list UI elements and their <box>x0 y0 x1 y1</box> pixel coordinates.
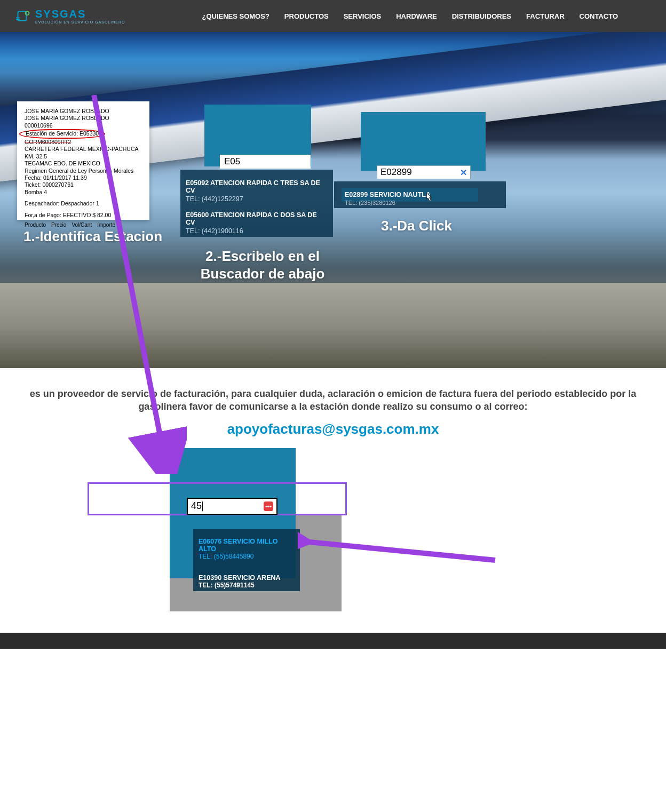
option-name: E02899 SERVICIO NAUTLA <box>345 191 431 198</box>
option-name: E05600 ATENCION RAPIDA C DOS SA DE CV <box>186 211 328 226</box>
station-search-input[interactable]: 45 ••• <box>187 498 278 515</box>
receipt-line: JOSE MARIA GOMEZ ROBLEDO <box>25 115 142 122</box>
step3-dropdown: TEL: (235)3280126 E02899 SERVICIO NAUTLA <box>334 181 506 208</box>
option-tel: TEL: (442)1900116 <box>186 227 328 235</box>
nav-facturar[interactable]: FACTURAR <box>526 12 565 20</box>
nav-productos[interactable]: PRODUCTOS <box>284 12 329 20</box>
nav-contacto[interactable]: CONTACTO <box>580 12 618 20</box>
receipt-line: CARRETERA FEDERAL MEXICO-PACHUCA <box>25 146 142 153</box>
option-tel: TEL: (55)57491145 <box>199 582 295 589</box>
option-name: E06076 SERVICIO MILLO ALTO <box>199 538 295 553</box>
step2-search-value[interactable]: E05 <box>220 155 311 169</box>
receipt-col: Vol/Cant <box>72 222 92 229</box>
receipt-col: Producto <box>25 222 46 229</box>
step1-label: 1.-Identifica Estacion <box>23 228 162 245</box>
lower-dropdown: E06076 SERVICIO MILLO ALTO TEL: (55)5844… <box>193 529 300 591</box>
info-section: es un proveedor de servicio de facturaci… <box>0 368 666 443</box>
receipt-line: Despachador: Despachador 1 <box>25 200 142 207</box>
info-text: es un proveedor de servicio de facturaci… <box>18 387 648 413</box>
dropdown-option[interactable]: E05600 ATENCION RAPIDA C DOS SA DE CV TE… <box>186 211 328 235</box>
step3-label: 3.-Da Click <box>381 218 452 234</box>
receipt-estacion: Estación de Servicio: E05330 <box>19 129 105 138</box>
hero-banner: JOSE MARIA GOMEZ ROBLEDO JOSE MARIA GOME… <box>0 32 666 368</box>
receipt-line: Bomba 4 <box>25 189 142 196</box>
nav-quienes[interactable]: ¿QUIENES SOMOS? <box>202 12 269 20</box>
nav-servicios[interactable]: SERVICIOS <box>344 12 382 20</box>
receipt-rfc: GORM600809RT2 <box>25 139 142 146</box>
down-arrow-icon <box>231 288 279 352</box>
top-navbar: SYSGAS EVOLUCIÓN EN SERVICIO GASOLINERO … <box>0 0 666 32</box>
receipt-line: For,a de Pago: EFECTIVO $ 82.00 <box>25 212 142 219</box>
step3-panel <box>361 112 486 171</box>
pointer-cursor-icon <box>421 191 437 207</box>
step2-dropdown: E05092 ATENCION RAPIDA C TRES SA DE CV T… <box>180 170 333 237</box>
option-tel: TEL: (55)58445890 <box>199 553 295 560</box>
lower-search-area: 45 ••• E06076 SERVICIO MILLO ALTO TEL: (… <box>0 448 666 619</box>
brand-name: SYSGAS <box>35 8 125 20</box>
receipt-line: Regimen General de Ley Personas Morales <box>25 168 142 174</box>
clear-icon[interactable]: ✕ <box>460 168 470 178</box>
brand-logo[interactable]: SYSGAS EVOLUCIÓN EN SERVICIO GASOLINERO <box>16 8 125 24</box>
receipt-line: Ticket: 0000270761 <box>25 181 142 188</box>
dropdown-option[interactable]: E10390 SERVICIO ARENA TEL: (55)57491145 <box>199 574 295 589</box>
station-search-value: 45 <box>191 500 202 512</box>
dropdown-option[interactable]: E06076 SERVICIO MILLO ALTO TEL: (55)5844… <box>199 538 295 560</box>
support-email[interactable]: apoyofacturas@sysgas.com.mx <box>5 421 661 437</box>
logo-icon <box>16 9 31 23</box>
brand-tagline: EVOLUCIÓN EN SERVICIO GASOLINERO <box>35 20 125 24</box>
receipt-line: 000010696 <box>25 122 142 129</box>
nav-hardware[interactable]: HARDWARE <box>396 12 437 20</box>
dropdown-option[interactable]: E05092 ATENCION RAPIDA C TRES SA DE CV T… <box>186 179 328 203</box>
option-name: E10390 SERVICIO ARENA <box>199 574 295 582</box>
receipt-line: KM. 32.5 <box>25 153 142 160</box>
option-tel: TEL: (442)1252297 <box>186 195 328 203</box>
step3-search-value: E02899 <box>377 167 412 178</box>
receipt-line: Fecha: 01/11/2017 11.39 <box>25 174 142 181</box>
receipt-col: Precio <box>51 222 66 229</box>
nav-menu: ¿QUIENES SOMOS? PRODUCTOS SERVICIOS HARD… <box>202 12 618 20</box>
nav-distribuidores[interactable]: DISTRIBUIDORES <box>452 12 511 20</box>
receipt-line: TECAMAC EDO. DE MEXICO <box>25 160 142 167</box>
more-icon[interactable]: ••• <box>264 501 273 511</box>
option-tel-bg: TEL: (235)3280126 <box>345 200 395 206</box>
receipt-col: Importe <box>97 222 115 229</box>
step3-search-input[interactable]: E02899 ✕ <box>377 165 471 179</box>
receipt-line: JOSE MARIA GOMEZ ROBLEDO <box>25 108 142 115</box>
footer-band <box>0 633 666 649</box>
sample-receipt: JOSE MARIA GOMEZ ROBLEDO JOSE MARIA GOME… <box>17 101 149 220</box>
receipt-columns: Producto Precio Vol/Cant Importe <box>25 222 142 229</box>
option-name: E05092 ATENCION RAPIDA C TRES SA DE CV <box>186 179 328 194</box>
step2-label: 2.-Escribelo en el Buscador de abajo <box>193 248 332 282</box>
